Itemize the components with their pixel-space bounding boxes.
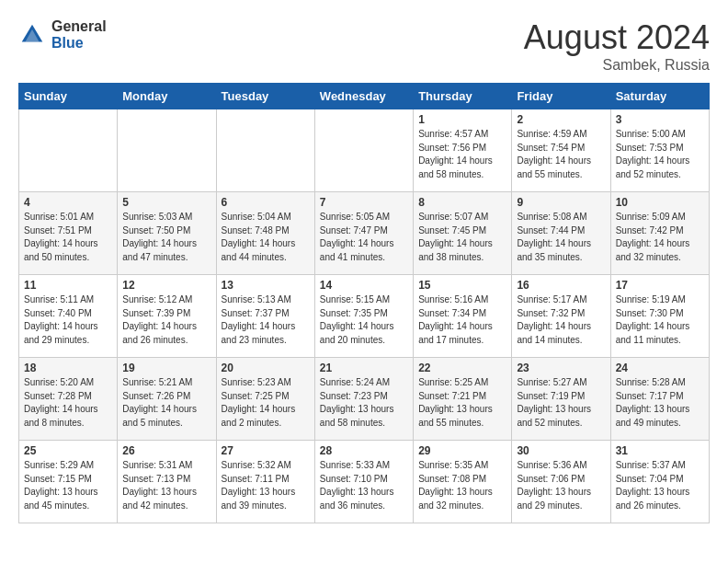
day-number: 22 — [418, 362, 506, 374]
day-info: Sunrise: 5:20 AMSunset: 7:28 PMDaylight:… — [24, 376, 112, 430]
day-number: 8 — [418, 196, 506, 209]
day-number: 7 — [320, 196, 408, 209]
day-number: 25 — [24, 444, 112, 457]
day-number: 27 — [222, 444, 310, 457]
day-number: 4 — [24, 196, 112, 209]
logo: General Blue — [18, 18, 107, 51]
day-info: Sunrise: 5:19 AMSunset: 7:30 PMDaylight:… — [616, 293, 704, 347]
day-info: Sunrise: 5:09 AMSunset: 7:42 PMDaylight:… — [616, 211, 704, 264]
day-info: Sunrise: 5:12 AMSunset: 7:39 PMDaylight:… — [122, 293, 210, 347]
location-subtitle: Sambek, Russia — [524, 57, 710, 74]
day-info: Sunrise: 5:04 AMSunset: 7:48 PMDaylight:… — [222, 211, 310, 264]
calendar-week-row: 4Sunrise: 5:01 AMSunset: 7:51 PMDaylight… — [19, 192, 710, 275]
calendar-cell: 28Sunrise: 5:33 AMSunset: 7:10 PMDayligh… — [314, 441, 413, 523]
calendar-cell: 11Sunrise: 5:11 AMSunset: 7:40 PMDayligh… — [19, 275, 118, 358]
day-number: 9 — [517, 196, 605, 209]
calendar-cell: 27Sunrise: 5:32 AMSunset: 7:11 PMDayligh… — [216, 441, 314, 523]
logo-general-text: General — [51, 18, 107, 35]
day-number: 17 — [616, 279, 704, 292]
day-number: 23 — [517, 362, 605, 374]
day-info: Sunrise: 5:05 AMSunset: 7:47 PMDaylight:… — [320, 211, 408, 264]
day-info: Sunrise: 4:59 AMSunset: 7:54 PMDaylight:… — [517, 128, 605, 181]
header-cell-sunday: Sunday — [19, 84, 118, 109]
day-number: 20 — [222, 362, 310, 374]
calendar-cell: 24Sunrise: 5:28 AMSunset: 7:17 PMDayligh… — [610, 358, 709, 441]
calendar-cell — [118, 109, 216, 192]
day-number: 18 — [24, 362, 112, 374]
calendar-cell: 9Sunrise: 5:08 AMSunset: 7:44 PMDaylight… — [512, 192, 610, 275]
day-number: 12 — [122, 279, 210, 292]
day-number: 6 — [222, 196, 310, 209]
calendar-cell: 10Sunrise: 5:09 AMSunset: 7:42 PMDayligh… — [610, 192, 709, 275]
calendar-cell: 31Sunrise: 5:37 AMSunset: 7:04 PMDayligh… — [610, 441, 709, 523]
calendar-cell — [216, 109, 314, 192]
day-number: 31 — [616, 444, 704, 457]
calendar-cell: 17Sunrise: 5:19 AMSunset: 7:30 PMDayligh… — [610, 275, 709, 358]
header-cell-saturday: Saturday — [610, 84, 709, 109]
calendar-cell — [19, 109, 118, 192]
day-number: 26 — [122, 444, 210, 457]
day-info: Sunrise: 5:17 AMSunset: 7:32 PMDaylight:… — [517, 293, 605, 347]
calendar-cell: 14Sunrise: 5:15 AMSunset: 7:35 PMDayligh… — [314, 275, 413, 358]
day-info: Sunrise: 5:24 AMSunset: 7:23 PMDaylight:… — [320, 376, 408, 430]
day-info: Sunrise: 5:36 AMSunset: 7:06 PMDaylight:… — [517, 459, 605, 512]
day-number: 24 — [616, 362, 704, 374]
calendar-cell: 26Sunrise: 5:31 AMSunset: 7:13 PMDayligh… — [118, 441, 216, 523]
day-number: 2 — [517, 113, 605, 126]
calendar-cell: 2Sunrise: 4:59 AMSunset: 7:54 PMDaylight… — [512, 109, 610, 192]
calendar-cell — [314, 109, 413, 192]
day-number: 28 — [320, 444, 408, 457]
day-info: Sunrise: 5:29 AMSunset: 7:15 PMDaylight:… — [24, 459, 112, 512]
day-info: Sunrise: 5:21 AMSunset: 7:26 PMDaylight:… — [122, 376, 210, 430]
day-info: Sunrise: 5:37 AMSunset: 7:04 PMDaylight:… — [616, 459, 704, 512]
calendar-cell: 21Sunrise: 5:24 AMSunset: 7:23 PMDayligh… — [314, 358, 413, 441]
header-cell-friday: Friday — [512, 84, 610, 109]
calendar-cell: 23Sunrise: 5:27 AMSunset: 7:19 PMDayligh… — [512, 358, 610, 441]
day-number: 29 — [418, 444, 506, 457]
day-info: Sunrise: 5:08 AMSunset: 7:44 PMDaylight:… — [517, 211, 605, 264]
header-cell-thursday: Thursday — [414, 84, 512, 109]
logo-text: General Blue — [51, 18, 107, 51]
day-number: 13 — [222, 279, 310, 292]
calendar-week-row: 25Sunrise: 5:29 AMSunset: 7:15 PMDayligh… — [19, 441, 710, 523]
header-cell-tuesday: Tuesday — [216, 84, 314, 109]
day-number: 1 — [418, 113, 506, 126]
day-number: 30 — [517, 444, 605, 457]
day-number: 15 — [418, 279, 506, 292]
calendar-cell: 18Sunrise: 5:20 AMSunset: 7:28 PMDayligh… — [19, 358, 118, 441]
calendar-cell: 12Sunrise: 5:12 AMSunset: 7:39 PMDayligh… — [118, 275, 216, 358]
day-info: Sunrise: 4:57 AMSunset: 7:56 PMDaylight:… — [418, 128, 506, 181]
day-info: Sunrise: 5:01 AMSunset: 7:51 PMDaylight:… — [24, 211, 112, 264]
calendar-cell: 1Sunrise: 4:57 AMSunset: 7:56 PMDaylight… — [414, 109, 512, 192]
day-info: Sunrise: 5:07 AMSunset: 7:45 PMDaylight:… — [418, 211, 506, 264]
calendar-header-row: SundayMondayTuesdayWednesdayThursdayFrid… — [19, 84, 710, 109]
day-number: 14 — [320, 279, 408, 292]
day-info: Sunrise: 5:35 AMSunset: 7:08 PMDaylight:… — [418, 459, 506, 512]
calendar-cell: 3Sunrise: 5:00 AMSunset: 7:53 PMDaylight… — [610, 109, 709, 192]
day-info: Sunrise: 5:23 AMSunset: 7:25 PMDaylight:… — [222, 376, 310, 430]
header-cell-wednesday: Wednesday — [314, 84, 413, 109]
calendar-week-row: 1Sunrise: 4:57 AMSunset: 7:56 PMDaylight… — [19, 109, 710, 192]
day-info: Sunrise: 5:13 AMSunset: 7:37 PMDaylight:… — [222, 293, 310, 347]
day-info: Sunrise: 5:28 AMSunset: 7:17 PMDaylight:… — [616, 376, 704, 430]
calendar-cell: 29Sunrise: 5:35 AMSunset: 7:08 PMDayligh… — [414, 441, 512, 523]
day-info: Sunrise: 5:15 AMSunset: 7:35 PMDaylight:… — [320, 293, 408, 347]
calendar-cell: 30Sunrise: 5:36 AMSunset: 7:06 PMDayligh… — [512, 441, 610, 523]
calendar-cell: 6Sunrise: 5:04 AMSunset: 7:48 PMDaylight… — [216, 192, 314, 275]
calendar-cell: 20Sunrise: 5:23 AMSunset: 7:25 PMDayligh… — [216, 358, 314, 441]
day-number: 3 — [616, 113, 704, 126]
day-number: 21 — [320, 362, 408, 374]
calendar-cell: 8Sunrise: 5:07 AMSunset: 7:45 PMDaylight… — [414, 192, 512, 275]
calendar-cell: 25Sunrise: 5:29 AMSunset: 7:15 PMDayligh… — [19, 441, 118, 523]
day-info: Sunrise: 5:33 AMSunset: 7:10 PMDaylight:… — [320, 459, 408, 512]
calendar-cell: 4Sunrise: 5:01 AMSunset: 7:51 PMDaylight… — [19, 192, 118, 275]
day-number: 10 — [616, 196, 704, 209]
logo-icon — [18, 21, 46, 49]
calendar-cell: 5Sunrise: 5:03 AMSunset: 7:50 PMDaylight… — [118, 192, 216, 275]
logo-blue-text: Blue — [51, 35, 107, 52]
month-year-title: August 2024 — [524, 18, 710, 57]
header-cell-monday: Monday — [118, 84, 216, 109]
day-info: Sunrise: 5:32 AMSunset: 7:11 PMDaylight:… — [222, 459, 310, 512]
calendar-week-row: 11Sunrise: 5:11 AMSunset: 7:40 PMDayligh… — [19, 275, 710, 358]
calendar-cell: 22Sunrise: 5:25 AMSunset: 7:21 PMDayligh… — [414, 358, 512, 441]
